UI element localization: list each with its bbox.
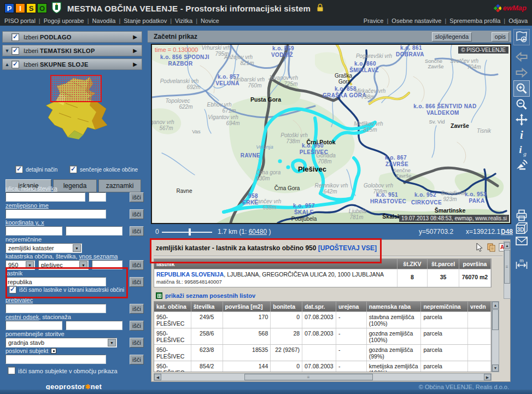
select-cursor-icon[interactable] bbox=[475, 243, 484, 252]
layer-group-checkbox[interactable]: ✓ bbox=[11, 61, 19, 68]
menu-stanje-podatkov[interactable]: Stanje podatkov bbox=[124, 17, 167, 24]
user-menu-sprememba-profila[interactable]: Sprememba profila bbox=[449, 17, 500, 24]
layer-group-checkbox[interactable]: ✓ bbox=[11, 47, 19, 55]
expand-arrow-icon[interactable]: ▶ bbox=[133, 48, 137, 54]
apply-all-link[interactable]: [UPOŠTEVAJ VSE] bbox=[318, 244, 377, 252]
dropdown-zemlji-ki-kataster[interactable]: zemljiški kataster▼ bbox=[5, 243, 82, 253]
gps-icon[interactable] bbox=[513, 156, 530, 173]
scroll-up-button[interactable]: ▲ bbox=[492, 302, 499, 309]
accordion-podlago[interactable]: ✓Izberi PODLAGO▶ bbox=[2, 31, 142, 43]
parcel-row-3[interactable]: 950-PLEŠIVEC854/2144007.08.2003-kmetijsk… bbox=[154, 361, 491, 372]
dropdown-ple-ivec[interactable]: plešivec▼ bbox=[38, 260, 89, 270]
map-viewport[interactable]: k.o. 856 SPODNJIRAZBORk.o. 859VODRIŽk.o.… bbox=[151, 44, 511, 224]
zoom-slider-handle[interactable] bbox=[189, 228, 191, 236]
user-menu-osebne-nastavitve[interactable]: Osebne nastavitve bbox=[391, 17, 441, 24]
menu-novice[interactable]: Novice bbox=[201, 17, 219, 24]
text-input[interactable] bbox=[92, 260, 122, 269]
search-button[interactable]: išči bbox=[130, 260, 144, 270]
info-icon[interactable]: i bbox=[513, 127, 530, 143]
copy-results-icon[interactable] bbox=[487, 243, 496, 252]
user-menu-odjava[interactable]: Odjava bbox=[508, 17, 528, 24]
text-input[interactable] bbox=[89, 192, 106, 202]
collapse-arrow-icon[interactable]: ▲ bbox=[3, 62, 11, 67]
panel-scroll-up-button[interactable]: ▲ bbox=[504, 242, 510, 249]
info-box-icon[interactable] bbox=[51, 348, 56, 354]
panel-vscroll-thumb[interactable]: ≡ bbox=[504, 250, 510, 284]
vscroll-thumb[interactable] bbox=[492, 309, 499, 330]
text-input[interactable] bbox=[5, 321, 62, 330]
dropdown-950[interactable]: 950▼ bbox=[5, 260, 35, 270]
search-button[interactable]: išči bbox=[130, 355, 144, 364]
possession-list-link[interactable]: prikaži seznam posestnih listov bbox=[156, 292, 255, 299]
parcel-row-1[interactable]: 950-PLEŠIVEC258/65682807.08.2003-gozdna … bbox=[154, 328, 491, 344]
pan-icon[interactable] bbox=[513, 111, 530, 128]
search-button[interactable]: išči bbox=[130, 338, 144, 348]
search-button[interactable]: išči bbox=[130, 209, 144, 219]
forward-icon[interactable] bbox=[513, 64, 530, 81]
parcel-row-0[interactable]: 950-PLEŠIVEC249/5170007.08.2003-stavbna … bbox=[154, 311, 491, 328]
panel-vscrollbar[interactable]: ▲ ≡ bbox=[504, 241, 511, 299]
search-button[interactable]: išči bbox=[130, 226, 144, 236]
scale-denominator-link[interactable]: 60480 bbox=[249, 228, 267, 236]
expand-arrow-icon[interactable]: ▶ bbox=[133, 34, 137, 40]
mail-icon[interactable] bbox=[513, 233, 530, 249]
text-input[interactable] bbox=[5, 304, 106, 313]
overview-extent-rect[interactable] bbox=[50, 75, 102, 102]
owner-search-input[interactable] bbox=[5, 277, 106, 286]
layer-group-checkbox[interactable]: ✓ bbox=[11, 33, 19, 41]
text-input[interactable] bbox=[66, 321, 122, 330]
collapse-arrow-icon[interactable]: ▼ bbox=[3, 48, 11, 54]
search-button[interactable]: išči bbox=[130, 277, 144, 287]
scroll-down-button[interactable]: ▼ bbox=[492, 364, 499, 372]
owner-row[interactable]: REPUBLIKA SLOVENIJA, LJUBLJANA, GREGORČI… bbox=[154, 269, 491, 287]
search-button[interactable]: išči bbox=[130, 192, 144, 202]
field-label-link[interactable]: vnos seznama bbox=[79, 253, 118, 260]
description-button[interactable]: opis bbox=[492, 32, 509, 42]
zoom-in-icon[interactable] bbox=[513, 80, 530, 97]
field-label-link[interactable]: zemljepisno ime bbox=[5, 202, 49, 209]
zoom-slider-track[interactable] bbox=[162, 232, 212, 233]
tab-zaznamki[interactable]: zaznamki bbox=[98, 179, 141, 192]
table-vscrollbar[interactable]: ▲ ▼ bbox=[492, 301, 499, 372]
field-label-link[interactable]: ulica, hišna številka bbox=[5, 185, 57, 192]
field-label-link[interactable]: cestni odsek bbox=[5, 314, 39, 320]
text-input[interactable] bbox=[5, 192, 85, 202]
accordion-skupne-sloje[interactable]: ▲✓Izberi SKUPNE SLOJE▶ bbox=[2, 58, 142, 70]
menu-navodila[interactable]: Navodila bbox=[92, 17, 116, 24]
menu-piso-portal[interactable]: PISO portal bbox=[4, 17, 36, 24]
back-icon[interactable] bbox=[513, 49, 530, 65]
owner-name-link[interactable]: REPUBLIKA SLOVENIJA bbox=[156, 271, 224, 278]
measure-icon[interactable]: m bbox=[513, 256, 530, 273]
text-input[interactable] bbox=[5, 209, 106, 219]
zoom-out-icon[interactable] bbox=[513, 96, 530, 113]
info-group-icon[interactable]: ig bbox=[513, 142, 530, 158]
initial-view-icon[interactable] bbox=[513, 29, 530, 45]
expand-arrow-icon[interactable]: ▶ bbox=[133, 61, 137, 67]
scroll-right-button[interactable]: ▶ bbox=[484, 374, 491, 380]
hscroll-thumb[interactable]: ≡ bbox=[244, 374, 373, 380]
menu-pogoji-uporabe[interactable]: Pogoji uporabe bbox=[44, 17, 84, 24]
owner-ko-limit-checkbox[interactable]: ✓ bbox=[9, 286, 16, 293]
search-area-limit-checkbox[interactable] bbox=[8, 367, 15, 374]
field-label-link[interactable]: prebivalec bbox=[5, 297, 33, 303]
field-label-link[interactable]: koordinata y, x bbox=[5, 219, 44, 226]
layers-legend-button[interactable]: sloji/legenda bbox=[432, 32, 472, 42]
parcel-row-2[interactable]: 950-PLEŠIVEC623/81853522 (9267)-gozdna z… bbox=[154, 344, 491, 361]
text-input[interactable] bbox=[5, 226, 62, 236]
menu-vizitka[interactable]: Vizitka bbox=[175, 17, 192, 24]
text-input[interactable] bbox=[66, 226, 122, 236]
search-button[interactable]: išči bbox=[130, 304, 144, 314]
search-button[interactable]: išči bbox=[130, 321, 144, 331]
table-hscrollbar[interactable]: ◀ ≡ ▶ bbox=[154, 373, 492, 381]
dropdown-gradnja-stavb[interactable]: gradnja stavb▼ bbox=[5, 338, 117, 348]
detail-mode-checkbox[interactable]: ✓ bbox=[15, 166, 23, 173]
text-input[interactable] bbox=[5, 355, 106, 364]
datum-link[interactable]: D48 bbox=[501, 228, 513, 236]
user-menu-pravice[interactable]: Pravice bbox=[364, 17, 384, 24]
piso-logo[interactable]: PISOMESTNA OBČINA VELENJE - Prostorski i… bbox=[4, 2, 324, 14]
tab-legenda[interactable]: legenda bbox=[53, 179, 97, 192]
shade-surroundings-checkbox[interactable]: ✓ bbox=[69, 166, 77, 173]
accordion-tematski-sklop[interactable]: ▼✓Izberi TEMATSKI SKLOP▶ bbox=[2, 45, 142, 56]
scroll-left-button[interactable]: ◀ bbox=[154, 374, 161, 380]
overview-map[interactable] bbox=[39, 75, 118, 144]
